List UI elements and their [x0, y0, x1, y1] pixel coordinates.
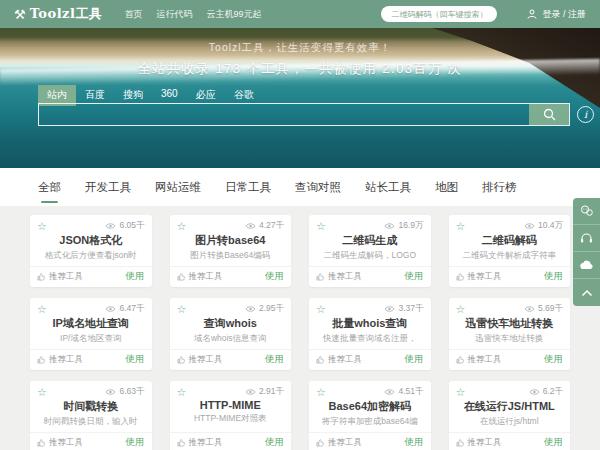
use-tool-button[interactable]: 使用 [265, 353, 284, 366]
tool-card[interactable]: ☆ 16.9万 二维码生成 二维码生成解码，LOGO 推荐工具 使用 [309, 215, 431, 287]
favorite-star-icon[interactable]: ☆ [37, 304, 47, 315]
cloud-icon [580, 260, 594, 270]
recommend-tag[interactable]: 推荐工具 [456, 271, 502, 283]
recommend-label: 推荐工具 [468, 271, 502, 283]
recommend-label: 推荐工具 [189, 354, 223, 366]
tool-card[interactable]: ☆ 6.47千 IP域名地址查询 IP/域名地区查询 推荐工具 使用 [30, 298, 152, 370]
favorite-star-icon[interactable]: ☆ [177, 221, 187, 232]
favorite-star-icon[interactable]: ☆ [456, 304, 466, 315]
view-count: 5.69千 [524, 303, 563, 315]
use-tool-button[interactable]: 使用 [126, 270, 145, 283]
tool-card[interactable]: ☆ 6.2千 在线运行JS/HTML 在线运行js/html 推荐工具 使用 [449, 381, 571, 450]
favorite-star-icon[interactable]: ☆ [177, 304, 187, 315]
use-tool-button[interactable]: 使用 [405, 353, 424, 366]
favorite-star-icon[interactable]: ☆ [316, 221, 326, 232]
tool-title[interactable]: 迅雷快车地址转换 [449, 316, 571, 331]
eye-icon [384, 388, 395, 396]
use-tool-button[interactable]: 使用 [265, 270, 284, 283]
hero-search-button[interactable] [529, 104, 569, 125]
recommend-tag[interactable]: 推荐工具 [177, 437, 223, 449]
recommend-tag[interactable]: 推荐工具 [316, 437, 362, 449]
tool-title[interactable]: 批量whois查询 [309, 316, 431, 331]
customer-service-button[interactable] [573, 225, 600, 252]
favorite-star-icon[interactable]: ☆ [316, 387, 326, 398]
info-icon[interactable]: i [577, 106, 594, 123]
login-register[interactable]: 登录 / 注册 [527, 8, 586, 21]
tool-card[interactable]: ☆ 10.4万 二维码解码 二维码文件解析成字符串 推荐工具 使用 [449, 215, 571, 287]
recommend-label: 推荐工具 [328, 437, 362, 449]
favorite-star-icon[interactable]: ☆ [37, 387, 47, 398]
use-tool-button[interactable]: 使用 [126, 353, 145, 366]
tool-title[interactable]: Base64加密解码 [309, 399, 431, 414]
tool-card[interactable]: ☆ 3.37千 批量whois查询 快速批量查询域名注册， 推荐工具 使用 [309, 298, 431, 370]
tab-ranking[interactable]: 排行榜 [482, 176, 517, 199]
tool-description: 二维码文件解析成字符串 [449, 250, 571, 262]
tool-card[interactable]: ☆ 6.05千 JSON格式化 格式化后方便查看json时 推荐工具 使用 [30, 215, 152, 287]
tab-daily-tools[interactable]: 日常工具 [225, 176, 271, 199]
tab-dev-tools[interactable]: 开发工具 [85, 176, 131, 199]
use-tool-button[interactable]: 使用 [544, 353, 563, 366]
wechat-button[interactable] [573, 198, 600, 225]
favorite-star-icon[interactable]: ☆ [37, 221, 47, 232]
tool-title[interactable]: HTTP-MIME [170, 399, 292, 411]
main-content: ☆ 6.05千 JSON格式化 格式化后方便查看json时 推荐工具 使用 ☆ [0, 206, 600, 450]
tool-title[interactable]: 二维码生成 [309, 233, 431, 248]
recommend-tag[interactable]: 推荐工具 [177, 271, 223, 283]
use-tool-button[interactable]: 使用 [405, 436, 424, 449]
view-count: 6.05千 [105, 220, 144, 232]
tab-all[interactable]: 全部 [38, 176, 61, 199]
tool-card[interactable]: ☆ 5.69千 迅雷快车地址转换 迅雷快车地址转换 推荐工具 使用 [449, 298, 571, 370]
view-count-value: 5.69千 [538, 303, 563, 315]
favorite-star-icon[interactable]: ☆ [316, 304, 326, 315]
menu-item-cloud-host[interactable]: 云主机99元起 [206, 8, 261, 21]
eye-icon [245, 305, 256, 313]
tab-map[interactable]: 地图 [435, 176, 458, 199]
tool-title[interactable]: JSON格式化 [30, 233, 152, 248]
recommend-tag[interactable]: 推荐工具 [456, 437, 502, 449]
view-count-value: 6.2千 [543, 386, 563, 398]
tool-title[interactable]: 时间戳转换 [30, 399, 152, 414]
favorite-star-icon[interactable]: ☆ [456, 221, 466, 232]
hero-banner: Toolzl工具，让生活变得更有效率！ 全站共收录 173 个工具，一共被使用 … [0, 28, 600, 168]
tool-card[interactable]: ☆ 4.27千 图片转base64 图片转换Base64编码 推荐工具 使用 [170, 215, 292, 287]
recommend-tag[interactable]: 推荐工具 [316, 271, 362, 283]
tool-card[interactable]: ☆ 2.91千 HTTP-MIME HTTP-MIME对照表 推荐工具 使用 [170, 381, 292, 450]
tool-title[interactable]: 在线运行JS/HTML [449, 399, 571, 414]
use-tool-button[interactable]: 使用 [405, 270, 424, 283]
recommend-tag[interactable]: 推荐工具 [37, 354, 83, 366]
use-tool-button[interactable]: 使用 [265, 436, 284, 449]
recommend-tag[interactable]: 推荐工具 [456, 354, 502, 366]
recommend-tag[interactable]: 推荐工具 [316, 354, 362, 366]
tool-title[interactable]: 图片转base64 [170, 233, 292, 248]
recommend-tag[interactable]: 推荐工具 [37, 271, 83, 283]
tool-card[interactable]: ☆ 2.95千 查询whois 域名whois信息查询 推荐工具 使用 [170, 298, 292, 370]
tab-webmaster-tools[interactable]: 站长工具 [365, 176, 411, 199]
hero-search-box [38, 103, 570, 126]
use-tool-button[interactable]: 使用 [544, 270, 563, 283]
tool-title[interactable]: 查询whois [170, 316, 292, 331]
use-tool-button[interactable]: 使用 [544, 436, 563, 449]
menu-item-run-code[interactable]: 运行代码 [156, 8, 192, 21]
tool-title[interactable]: IP域名地址查询 [30, 316, 152, 331]
view-count: 2.95千 [245, 303, 284, 315]
recommend-tag[interactable]: 推荐工具 [177, 354, 223, 366]
tool-title[interactable]: 二维码解码 [449, 233, 571, 248]
favorite-star-icon[interactable]: ☆ [456, 387, 466, 398]
thumbs-up-icon [316, 272, 325, 281]
menu-item-home[interactable]: 首页 [124, 8, 142, 21]
tool-description: 图片转换Base64编码 [170, 250, 292, 262]
tool-card[interactable]: ☆ 4.51千 Base64加密解码 将字符串加密成base64编 推荐工具 使… [309, 381, 431, 450]
site-logo[interactable]: ⚒ Toolzl工具 [14, 5, 102, 23]
use-tool-button[interactable]: 使用 [126, 436, 145, 449]
hero-search-input[interactable] [39, 104, 529, 125]
back-to-top-button[interactable] [573, 279, 600, 306]
favorite-star-icon[interactable]: ☆ [177, 387, 187, 398]
cloud-button[interactable] [573, 252, 600, 279]
recommend-tag[interactable]: 推荐工具 [37, 437, 83, 449]
top-menu: 首页 运行代码 云主机99元起 [124, 8, 261, 21]
tab-site-ops[interactable]: 网站运维 [155, 176, 201, 199]
tool-card[interactable]: ☆ 6.63千 时间戳转换 时间戳转换日期，输入时 推荐工具 使用 [30, 381, 152, 450]
top-search-input[interactable] [381, 6, 497, 22]
tool-card-grid: ☆ 6.05千 JSON格式化 格式化后方便查看json时 推荐工具 使用 ☆ [30, 215, 570, 450]
tab-query-reference[interactable]: 查询对照 [295, 176, 341, 199]
